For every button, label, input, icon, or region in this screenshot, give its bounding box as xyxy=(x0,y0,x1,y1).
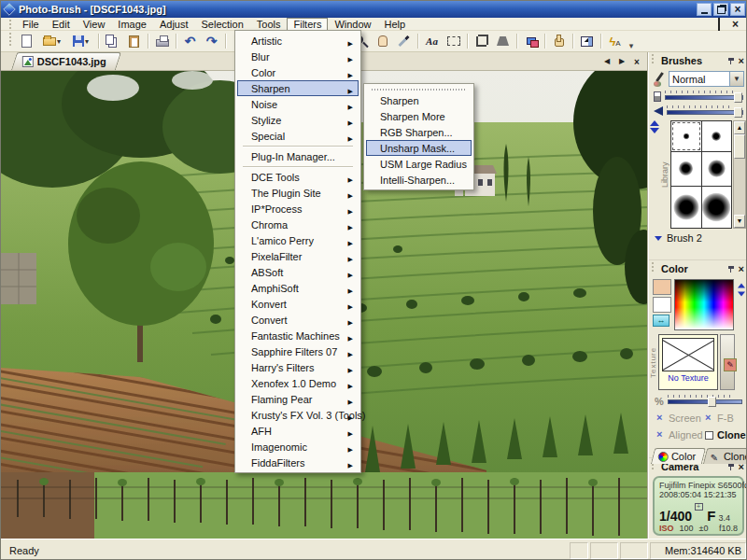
menu-item[interactable]: Flaming Pear xyxy=(237,391,359,407)
close-button[interactable] xyxy=(730,3,745,16)
menu-item[interactable]: Artistic xyxy=(237,33,359,49)
texture-selector[interactable]: No Texture xyxy=(658,334,718,390)
eyedropper-icon[interactable] xyxy=(393,32,415,50)
scroll-down-icon[interactable]: ▼ xyxy=(734,215,745,228)
brush-library-cell[interactable] xyxy=(671,187,701,228)
checkbox-icon[interactable] xyxy=(656,431,665,440)
toolbar-overflow-icon[interactable] xyxy=(626,39,637,50)
arrow-up-icon[interactable] xyxy=(738,284,745,288)
color-option[interactable]: Aligned xyxy=(656,429,705,441)
arrow-up-icon[interactable] xyxy=(650,120,659,126)
scroll-up-icon[interactable]: ▲ xyxy=(734,121,745,134)
menu-bar-item[interactable]: Window xyxy=(328,18,377,31)
panel-grip[interactable] xyxy=(651,52,655,63)
brush-library-cell[interactable] xyxy=(671,121,701,151)
panel-grip[interactable] xyxy=(651,260,655,272)
menu-item[interactable]: Unsharp Mask... xyxy=(366,140,472,156)
menu-bar-item[interactable]: Filters xyxy=(287,18,328,31)
title-bar[interactable]: Photo-Brush - [DSCF1043.jpg] xyxy=(1,1,747,18)
swap-colors-button[interactable] xyxy=(653,315,669,327)
checkbox-icon[interactable] xyxy=(705,431,713,440)
menu-item[interactable]: RGB Sharpen... xyxy=(366,124,472,140)
brush-opacity-slider[interactable] xyxy=(665,91,743,103)
brush-flyout-icon[interactable] xyxy=(655,236,662,241)
thumb-up-icon[interactable] xyxy=(548,32,570,50)
mdi-minimize-button[interactable] xyxy=(695,19,709,30)
menu-item[interactable]: L'amico Perry xyxy=(237,232,359,248)
color-panel-header[interactable]: Color xyxy=(649,260,747,277)
menu-item[interactable]: Noise xyxy=(237,96,359,112)
menu-item[interactable]: Blur xyxy=(237,49,359,64)
arrow-down-icon[interactable] xyxy=(738,292,745,297)
tab-close-button[interactable]: × xyxy=(631,57,642,67)
menu-item[interactable]: FiddaFilters xyxy=(237,455,359,470)
color-option[interactable]: F-B xyxy=(705,413,747,424)
menu-item[interactable]: Chroma xyxy=(237,217,359,232)
menu-item[interactable]: The Plugin Site xyxy=(237,185,359,201)
blend-mode-dropdown[interactable]: Normal xyxy=(669,71,744,87)
menu-item[interactable]: Sharpen xyxy=(366,92,472,108)
brush-library-cell[interactable] xyxy=(702,187,732,228)
menu-item[interactable]: Xenofex 1.0 Demo xyxy=(237,375,359,391)
menu-bar-item[interactable]: File xyxy=(16,18,46,31)
tab-scroll-right-button[interactable]: ▶ xyxy=(616,57,627,67)
menu-item[interactable]: Krusty's FX Vol. 3 (Tools) xyxy=(237,407,359,423)
text-tool-icon[interactable] xyxy=(421,32,443,50)
tab-scroll-left-button[interactable]: ◀ xyxy=(601,57,613,67)
pin-icon[interactable] xyxy=(727,57,736,65)
background-color-swatch[interactable] xyxy=(653,297,671,313)
menu-item[interactable]: ABSoft xyxy=(237,264,359,280)
arrow-down-icon[interactable] xyxy=(650,128,659,133)
slider-handle[interactable] xyxy=(708,397,716,407)
crop-icon[interactable] xyxy=(471,32,492,50)
brush-size-slider[interactable] xyxy=(667,105,743,118)
menubar-grip[interactable] xyxy=(8,18,12,30)
paste-icon[interactable] xyxy=(123,32,145,50)
menu-item[interactable]: Plug-In Manager... xyxy=(237,148,359,164)
menu-item[interactable]: Intelli-Sharpen... xyxy=(366,172,472,188)
dropdown-arrow-icon[interactable] xyxy=(57,37,61,46)
menu-item[interactable]: Fantastic Machines xyxy=(237,328,359,343)
menu-bar-item[interactable]: Tools xyxy=(250,18,288,31)
new-document-icon[interactable] xyxy=(16,32,37,50)
checkbox-icon[interactable] xyxy=(705,414,713,423)
brush-library-cell[interactable] xyxy=(702,121,732,151)
menu-bar-item[interactable]: Help xyxy=(378,18,413,31)
save-icon[interactable] xyxy=(66,32,95,50)
menu-item[interactable]: Konvert xyxy=(237,296,359,312)
dropdown-arrow-icon[interactable] xyxy=(85,37,89,46)
print-icon[interactable] xyxy=(151,32,173,50)
minimize-button[interactable] xyxy=(697,3,712,16)
menu-item[interactable]: AmphiSoft xyxy=(237,280,359,296)
brushes-panel-header[interactable]: Brushes xyxy=(649,52,747,69)
slider-handle[interactable] xyxy=(734,92,742,103)
panel-toggle-icon[interactable] xyxy=(576,32,598,50)
texture-paint-button[interactable] xyxy=(724,358,737,371)
close-icon[interactable] xyxy=(739,263,744,274)
menu-item[interactable]: Convert xyxy=(237,312,359,328)
menu-item[interactable]: PixelaFilter xyxy=(237,248,359,264)
menu-tear-strip[interactable] xyxy=(366,86,472,92)
menu-bar-item[interactable]: Image xyxy=(111,18,153,31)
document-tab[interactable]: DSCF1043.jpg xyxy=(11,52,121,70)
brush-library-cell[interactable] xyxy=(702,152,732,187)
menu-bar-item[interactable]: Selection xyxy=(195,18,250,31)
mdi-close-button[interactable] xyxy=(728,19,742,30)
menu-item[interactable]: AFH xyxy=(237,423,359,439)
color-opacity-slider[interactable] xyxy=(668,395,742,407)
resize-image-icon[interactable] xyxy=(520,32,542,50)
panel-tab[interactable]: Clone xyxy=(703,448,747,464)
menu-item[interactable]: IP*Process xyxy=(237,201,359,217)
color-spectrum[interactable] xyxy=(674,279,734,330)
toolbar-grip[interactable] xyxy=(8,31,12,48)
pin-icon[interactable] xyxy=(727,463,736,471)
menu-item[interactable]: Harry's Filters xyxy=(237,359,359,375)
copy-icon[interactable] xyxy=(102,32,123,50)
open-folder-icon[interactable] xyxy=(37,32,66,50)
menu-bar-item[interactable]: Adjust xyxy=(153,18,195,31)
redo-icon[interactable] xyxy=(201,32,222,50)
mdi-restore-button[interactable] xyxy=(712,19,726,30)
flash-auto-icon[interactable] xyxy=(604,32,626,50)
color-option[interactable]: Clone xyxy=(705,429,747,441)
menu-item[interactable]: DCE Tools xyxy=(237,169,359,185)
